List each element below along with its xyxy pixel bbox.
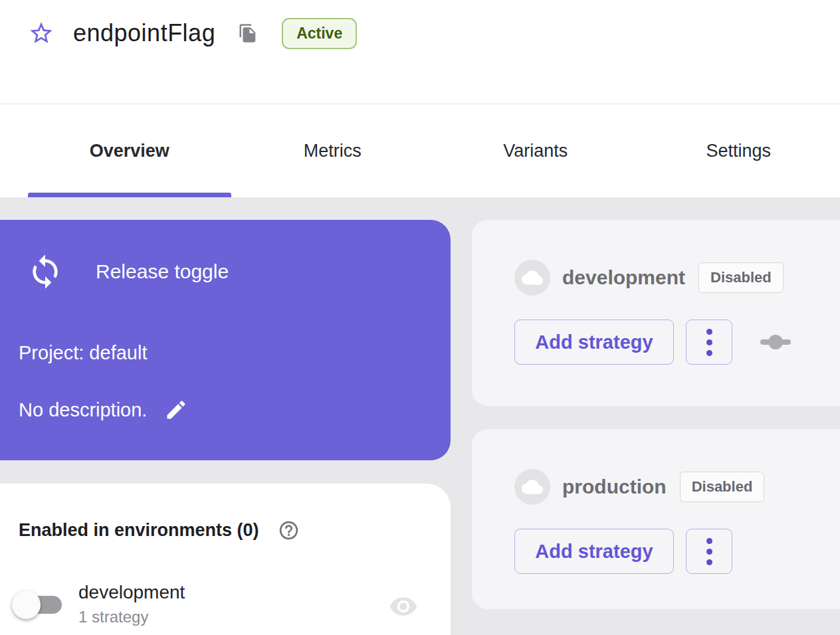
tab-settings-label: Settings	[706, 141, 771, 161]
cloud-icon	[522, 476, 543, 498]
environment-card-name: development	[562, 266, 685, 289]
enabled-environments-title: Enabled in environments (0)	[19, 520, 259, 541]
page-title: endpointFlag	[73, 19, 215, 47]
env-card-actions: Add strategy	[514, 529, 732, 574]
edit-description-button[interactable]	[164, 398, 188, 422]
enabled-title-row: Enabled in environments (0)	[19, 519, 300, 541]
tab-overview[interactable]: Overview	[28, 104, 231, 197]
tab-metrics-label: Metrics	[304, 141, 362, 161]
description-row: No description.	[19, 398, 188, 422]
environment-status-badge: Disabled	[698, 262, 784, 293]
favorite-star-button[interactable]	[28, 20, 54, 46]
dot-icon	[706, 559, 712, 565]
tab-settings[interactable]: Settings	[637, 104, 840, 197]
add-strategy-button[interactable]: Add strategy	[514, 319, 674, 365]
switch-thumb	[12, 590, 41, 619]
copy-icon	[238, 23, 258, 43]
overview-content: Release toggle Project: default No descr…	[0, 197, 840, 635]
eye-icon	[389, 592, 418, 621]
more-actions-button[interactable]	[686, 319, 732, 365]
env-card-header: development Disabled	[514, 260, 784, 296]
project-label: Project: default	[19, 342, 147, 364]
add-strategy-button[interactable]: Add strategy	[514, 529, 674, 574]
active-tab-underline	[28, 193, 231, 197]
description-text: No description.	[19, 399, 147, 421]
page-header: endpointFlag Active	[0, 19, 840, 104]
environment-strategy-count: 1 strategy	[78, 608, 185, 626]
dot-icon	[706, 549, 712, 555]
environment-card-production: production Disabled Add strategy	[472, 429, 840, 609]
dot-icon	[706, 339, 712, 345]
tab-metrics[interactable]: Metrics	[231, 104, 435, 197]
enabled-environments-card: Enabled in environments (0) development …	[0, 484, 451, 635]
dot-icon	[706, 538, 712, 544]
environment-card-development: development Disabled Add strategy	[472, 220, 840, 406]
environment-avatar	[514, 260, 550, 296]
dot-icon	[706, 350, 712, 356]
question-mark-icon	[278, 519, 300, 541]
help-button[interactable]	[278, 519, 300, 541]
copy-name-button[interactable]	[238, 23, 258, 43]
pencil-icon	[164, 398, 188, 422]
tab-variants[interactable]: Variants	[434, 104, 637, 197]
env-card-header: production Disabled	[514, 469, 764, 505]
environment-name-block: development 1 strategy	[78, 582, 185, 626]
toggle-type-row: Release toggle	[27, 253, 229, 290]
dot-icon	[706, 329, 712, 335]
star-icon	[28, 20, 54, 46]
visibility-button[interactable]	[389, 592, 418, 621]
environment-name: development	[78, 582, 185, 603]
env-card-actions: Add strategy	[514, 319, 791, 365]
header-row: endpointFlag Active	[28, 19, 840, 48]
tab-overview-label: Overview	[90, 141, 169, 161]
tab-bar: Overview Metrics Variants Settings	[0, 104, 840, 197]
strategy-slider-icon[interactable]	[760, 334, 791, 350]
environment-status-badge: Disabled	[680, 472, 765, 502]
more-actions-button[interactable]	[686, 529, 732, 574]
release-toggle-loop-icon	[27, 253, 64, 290]
tab-variants-label: Variants	[503, 141, 568, 161]
cloud-icon	[522, 267, 543, 288]
toggle-info-card: Release toggle Project: default No descr…	[0, 220, 451, 460]
environment-row-development: development 1 strategy	[0, 582, 451, 628]
status-badge: Active	[282, 18, 357, 49]
toggle-type-label: Release toggle	[96, 260, 229, 283]
environment-avatar	[514, 469, 550, 505]
development-toggle-switch[interactable]	[0, 589, 64, 620]
environment-card-name: production	[562, 476, 667, 498]
